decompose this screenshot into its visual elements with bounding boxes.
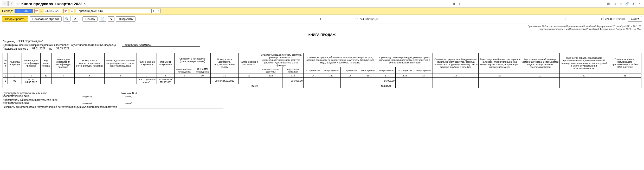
col-13b: в рублях и копейках bbox=[282, 67, 304, 74]
col-4: Номер и дата исправления счета-фактуры п… bbox=[51, 53, 75, 74]
period-sep: – bbox=[41, 9, 42, 12]
total-row: Всего 56 000,00 bbox=[3, 84, 641, 88]
head-sig-label: Руководитель организации или иное уполно… bbox=[3, 92, 65, 97]
report-title: КНИГА ПРОДАЖ bbox=[3, 33, 641, 37]
col-16: 0 процентов bbox=[359, 67, 377, 74]
org-input[interactable] bbox=[76, 9, 151, 13]
col-5: Номер и дата корректировочного счета-фак… bbox=[75, 53, 104, 74]
seller-label: Продавец bbox=[3, 40, 15, 43]
col-10: ИНН/КПП посредника bbox=[194, 67, 211, 74]
export-button[interactable]: Выгрузить bbox=[116, 16, 136, 22]
col-3: Номер и дата счета-фактуры продавца bbox=[22, 53, 40, 74]
col-12: Наименование и код валюты bbox=[239, 53, 259, 74]
col-17a: 18 процентов bbox=[396, 67, 414, 74]
refresh-button[interactable]: ⟳ bbox=[72, 16, 78, 22]
more-button[interactable]: Ещё ▾ bbox=[628, 16, 642, 22]
table-row: 1 02 117 от 24.03.2022 ООО "Одежда и обу… bbox=[3, 77, 641, 84]
col-22: Количество товара, подлежащего прослежив… bbox=[559, 53, 608, 74]
period-from-label: Продажа за период с bbox=[3, 47, 28, 50]
period-label: Период: bbox=[2, 9, 13, 12]
print2-icon[interactable]: ⎙ bbox=[612, 1, 617, 6]
col-6: Номер и дата исправления корректировочно… bbox=[104, 53, 137, 74]
regulation-note: Приложение № 5 к постановлению Правитель… bbox=[3, 25, 641, 31]
col-9g: Сведения о посреднике (комиссионере, аге… bbox=[174, 53, 210, 67]
date-from-input[interactable] bbox=[15, 9, 33, 13]
sum2-input[interactable] bbox=[569, 17, 626, 21]
back-button[interactable]: ← bbox=[2, 1, 8, 6]
org-dropdown-icon[interactable]: ▾ bbox=[151, 9, 156, 13]
menu-icon[interactable]: ⋮ bbox=[631, 1, 636, 6]
form-button[interactable]: Сформировать bbox=[2, 16, 28, 22]
find-button[interactable]: 🔍 bbox=[63, 16, 70, 22]
sum1-input[interactable] bbox=[324, 17, 381, 21]
seller-name: ООО "Торговый дом" bbox=[17, 40, 95, 43]
col-11: Номер и дата документа, подтверждающего … bbox=[210, 53, 239, 74]
link-icon[interactable]: 🔗 bbox=[625, 1, 629, 6]
period-to-label: по bbox=[49, 47, 52, 50]
col-1: № п/п bbox=[3, 53, 8, 74]
calendar-to-icon[interactable]: 📅 bbox=[63, 9, 68, 13]
period-select-button[interactable]: ... bbox=[70, 9, 74, 13]
col-20: Регистрационный номер декларации на това… bbox=[479, 53, 521, 74]
seller-inn: 7701030616/770101001 bbox=[122, 43, 200, 47]
calendar-from-icon[interactable]: 📅 bbox=[34, 9, 39, 13]
ip-sig-label: Индивидуальный предприниматель или иное … bbox=[3, 99, 65, 104]
org-clear-icon[interactable]: × bbox=[156, 9, 161, 13]
forward-button[interactable]: → bbox=[8, 1, 14, 6]
col-13g: Стоимость продаж по счету-фактуре, разни… bbox=[259, 53, 304, 67]
col-3a: Код вида товара bbox=[40, 53, 51, 74]
print-icon[interactable]: ⎙ bbox=[458, 1, 462, 6]
sigma1-icon: Σ bbox=[320, 17, 322, 21]
col-18: 10 процентов bbox=[414, 67, 433, 74]
print-button[interactable]: Печать bbox=[82, 16, 98, 22]
req-label: Реквизиты свидетельства о государственно… bbox=[3, 106, 117, 108]
preview-button[interactable]: 📄 bbox=[99, 16, 106, 22]
sigma2-icon: Σ bbox=[565, 17, 567, 21]
col-23: Стоимость товара, подлежащего прослежива… bbox=[608, 53, 641, 74]
col-2: Код вида операции bbox=[8, 53, 22, 74]
inn-label: Идентификационный номер и код причины по… bbox=[3, 44, 112, 47]
period-to: 31.03.2022 bbox=[54, 47, 72, 50]
mail-icon[interactable]: ✉ bbox=[619, 1, 623, 6]
save-icon[interactable]: 🖫 bbox=[452, 1, 456, 6]
sales-book-table: № п/п Код вида операции Номер и дата сче… bbox=[3, 53, 641, 88]
col-17g: Сумма НДС по счету-фактуре, разница сумм… bbox=[377, 53, 433, 67]
save2-icon[interactable]: 🖫 bbox=[606, 1, 611, 6]
col-19: Стоимость продаж, освобождаемых от налог… bbox=[433, 53, 478, 74]
page-title: Книга продаж за 1 квартал 2022 г. bbox=[21, 2, 452, 6]
date-to-input[interactable] bbox=[44, 9, 62, 13]
col-14g: Стоимость продаж, облагаемых налогом, по… bbox=[304, 53, 377, 67]
settings-button[interactable]: Показать настройки bbox=[30, 16, 62, 22]
col-15: 10 процентов bbox=[340, 67, 359, 74]
col-7: Наименование покупателя bbox=[137, 53, 157, 74]
col-14a: 18 процентов bbox=[322, 67, 340, 74]
star-icon[interactable]: ☆ bbox=[16, 1, 20, 6]
period-from: 01.01.2022 bbox=[30, 47, 48, 50]
col-9: наименование посредника bbox=[174, 67, 194, 74]
col-13a: в валюте счета-фактуры bbox=[259, 67, 282, 74]
col-21: Код количественной единицы измерения тов… bbox=[521, 53, 559, 74]
col-8: ИНН/КПП покупателя bbox=[157, 53, 175, 74]
col-17: 20 процентов bbox=[377, 67, 395, 74]
col-14: 20 процентов bbox=[304, 67, 322, 74]
close-icon[interactable]: × bbox=[637, 1, 642, 6]
save-button[interactable]: 🖫 bbox=[108, 16, 114, 22]
head-name: Николаев В. А. bbox=[109, 92, 148, 95]
